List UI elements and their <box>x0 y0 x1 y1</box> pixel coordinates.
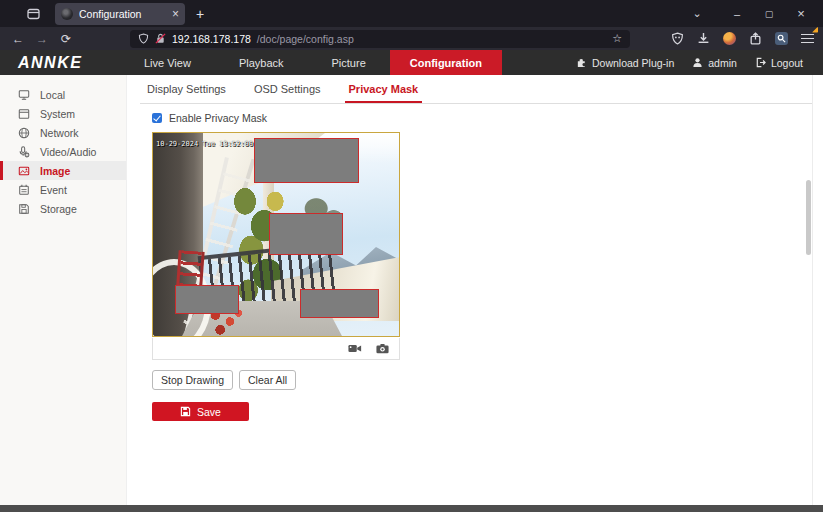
image-icon <box>18 165 30 177</box>
tab-display-settings[interactable]: Display Settings <box>147 83 226 103</box>
forward-button[interactable]: → <box>30 32 54 46</box>
privacy-mask-rect[interactable] <box>300 289 379 318</box>
logout-icon <box>755 57 766 68</box>
record-video-icon[interactable] <box>348 343 362 354</box>
reload-button[interactable]: ⟳ <box>54 32 78 46</box>
privacy-shield-icon[interactable] <box>669 31 685 47</box>
privacy-mask-rect[interactable] <box>175 285 239 314</box>
osd-timestamp: 10-29-2024 Tue 13:52:00 <box>156 140 253 148</box>
account-avatar-icon[interactable] <box>721 31 737 47</box>
annke-logo: ANNKE <box>0 50 120 75</box>
tab-osd-settings[interactable]: OSD Settings <box>254 83 321 103</box>
monitor-icon <box>18 89 30 101</box>
privacy-mask-rect[interactable] <box>269 213 343 255</box>
tab-privacy-mask[interactable]: Privacy Mask <box>349 83 419 103</box>
sidebar: Local System Network Video/Audio Image E… <box>0 75 127 505</box>
page-body: Local System Network Video/Audio Image E… <box>0 75 823 505</box>
page-scrollbar[interactable] <box>806 75 811 505</box>
clear-all-button[interactable]: Clear All <box>239 370 296 390</box>
bookmark-star-icon[interactable]: ☆ <box>612 32 622 45</box>
capture-photo-icon[interactable] <box>376 343 389 354</box>
system-icon <box>18 108 30 120</box>
nav-picture[interactable]: Picture <box>308 50 390 75</box>
puzzle-icon <box>576 57 587 68</box>
sidebar-item-system[interactable]: System <box>0 104 126 123</box>
tab-list-icon[interactable]: ⌄ <box>681 0 713 27</box>
user-icon <box>692 57 703 68</box>
drawing-buttons: Stop Drawing Clear All <box>152 370 296 390</box>
maximize-button[interactable]: ▢ <box>753 9 785 19</box>
page-footer-strip <box>0 505 823 512</box>
sidebar-item-video-audio[interactable]: Video/Audio <box>0 142 126 161</box>
tab-close-icon[interactable]: × <box>172 7 179 21</box>
stop-drawing-button[interactable]: Stop Drawing <box>152 370 233 390</box>
video-control-bar <box>152 338 400 360</box>
enable-privacy-mask-checkbox[interactable] <box>152 113 162 123</box>
sidebar-item-image[interactable]: Image <box>0 161 126 180</box>
close-button[interactable]: × <box>785 6 817 21</box>
camera-preview[interactable]: 10-29-2024 Tue 13:52:00 <box>152 132 400 337</box>
minimize-button[interactable]: – <box>721 8 753 20</box>
back-button[interactable]: ← <box>6 32 30 46</box>
privacy-mask-rect[interactable] <box>254 138 359 183</box>
tracking-shield-icon[interactable] <box>138 33 149 44</box>
storage-icon <box>18 203 30 215</box>
enable-privacy-mask-label: Enable Privacy Mask <box>169 112 267 124</box>
download-plugin-link[interactable]: Download Plug-in <box>576 57 674 69</box>
browser-tab[interactable]: Configuration × <box>55 3 185 25</box>
nav-configuration[interactable]: Configuration <box>390 50 502 75</box>
menu-hamburger-icon[interactable] <box>799 31 815 47</box>
url-bar[interactable]: 192.168.178.178/doc/page/config.asp ☆ <box>130 30 630 48</box>
firefox-view-icon[interactable] <box>18 0 48 27</box>
image-search-extension-icon[interactable] <box>773 31 789 47</box>
tab-title: Configuration <box>79 8 166 20</box>
enable-privacy-mask-row: Enable Privacy Mask <box>152 112 267 124</box>
site-header: ANNKE Live View Playback Picture Configu… <box>0 50 823 75</box>
insecure-lock-icon[interactable] <box>155 33 166 44</box>
nav-live-view[interactable]: Live View <box>120 50 215 75</box>
downloads-icon[interactable] <box>695 31 711 47</box>
extension-share-icon[interactable] <box>747 31 763 47</box>
browser-titlebar: Configuration × + ⌄ – ▢ × <box>0 0 823 27</box>
tab-favicon-icon <box>61 8 73 20</box>
main-content: Display Settings OSD Settings Privacy Ma… <box>127 75 813 505</box>
main-nav: Live View Playback Picture Configuration <box>120 50 502 75</box>
network-globe-icon <box>18 127 30 139</box>
browser-window: Configuration × + ⌄ – ▢ × ← → ⟳ 192.168.… <box>0 0 823 512</box>
sidebar-item-event[interactable]: Event <box>0 180 126 199</box>
settings-tabs: Display Settings OSD Settings Privacy Ma… <box>147 83 418 103</box>
sidebar-item-network[interactable]: Network <box>0 123 126 142</box>
new-tab-button[interactable]: + <box>190 4 210 24</box>
content-right-edge <box>812 75 813 505</box>
audio-video-icon <box>18 146 30 158</box>
user-menu[interactable]: admin <box>692 57 737 69</box>
nav-playback[interactable]: Playback <box>215 50 308 75</box>
url-path: /doc/page/config.asp <box>257 33 354 45</box>
url-host: 192.168.178.178 <box>172 33 251 45</box>
scrollbar-thumb[interactable] <box>806 180 811 255</box>
sidebar-item-storage[interactable]: Storage <box>0 199 126 218</box>
save-floppy-icon <box>180 406 191 417</box>
event-icon <box>18 184 30 196</box>
logout-button[interactable]: Logout <box>755 57 803 69</box>
save-button[interactable]: Save <box>152 402 249 421</box>
sidebar-item-local[interactable]: Local <box>0 85 126 104</box>
tab-separator <box>140 103 812 104</box>
